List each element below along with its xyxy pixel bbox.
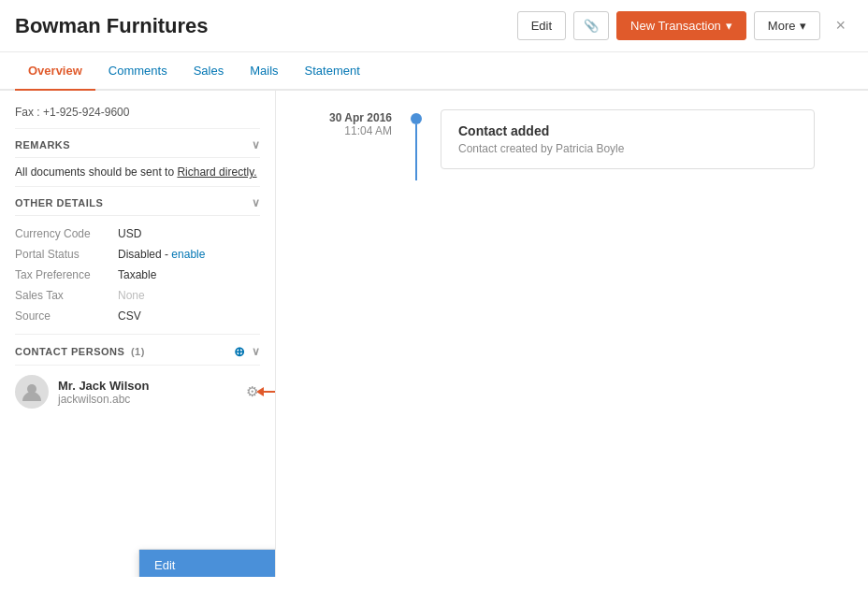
contact-email: jackwilson.abc <box>58 393 235 406</box>
gear-dropdown-menu: Edit Mark as primary Send Email Delete <box>138 549 276 577</box>
timeline-card-title: Contact added <box>458 123 797 138</box>
add-contact-icon[interactable]: ⊕ <box>234 344 246 359</box>
edit-button[interactable]: Edit <box>517 11 566 40</box>
timeline-vertical-line <box>415 124 417 180</box>
detail-currency: Currency Code USD <box>15 223 260 244</box>
close-button[interactable]: × <box>828 12 853 39</box>
source-value: CSV <box>118 309 141 323</box>
contact-persons-header: CONTACT PERSONS (1) ⊕ ∨ <box>15 334 260 366</box>
timeline-date-value: 30 Apr 2016 <box>298 111 392 124</box>
contact-person-item: Mr. Jack Wilson jackwilson.abc ⚙ <box>15 366 260 418</box>
tab-mails[interactable]: Mails <box>237 52 291 91</box>
left-panel: Fax : +1-925-924-9600 REMARKS ∨ All docu… <box>0 91 276 577</box>
tab-statement[interactable]: Statement <box>292 52 373 91</box>
portal-label: Portal Status <box>15 248 118 261</box>
remarks-chevron[interactable]: ∨ <box>252 138 261 151</box>
main-content: Fax : +1-925-924-9600 REMARKS ∨ All docu… <box>0 91 868 577</box>
tab-overview[interactable]: Overview <box>15 52 95 91</box>
timeline: 30 Apr 2016 11:04 AM Contact added Conta… <box>298 109 846 180</box>
remarks-highlight: Richard directly. <box>177 165 256 179</box>
header-actions: Edit 📎 New Transaction ▾ More ▾ × <box>517 11 853 40</box>
gear-arrow-indicator <box>262 391 276 393</box>
red-arrow-line <box>262 391 276 393</box>
enable-link[interactable]: enable <box>171 248 205 261</box>
tax-pref-value: Taxable <box>118 268 156 281</box>
new-transaction-button[interactable]: New Transaction ▾ <box>616 11 746 40</box>
tab-sales[interactable]: Sales <box>181 52 238 91</box>
detail-source: Source CSV <box>15 306 260 326</box>
more-arrow: ▾ <box>800 19 806 33</box>
fax-info: Fax : +1-925-924-9600 <box>15 100 260 129</box>
page-title: Bowman Furnitures <box>15 14 517 38</box>
tax-pref-label: Tax Preference <box>15 268 118 281</box>
detail-sales-tax: Sales Tax None <box>15 285 260 306</box>
contact-persons-label: CONTACT PERSONS <box>15 346 124 357</box>
sales-tax-label: Sales Tax <box>15 289 118 302</box>
attach-button[interactable]: 📎 <box>573 11 609 40</box>
tab-comments[interactable]: Comments <box>95 52 181 91</box>
currency-label: Currency Code <box>15 227 118 240</box>
contact-name: Mr. Jack Wilson <box>58 379 235 393</box>
source-label: Source <box>15 309 118 323</box>
detail-tax-pref: Tax Preference Taxable <box>15 265 260 285</box>
remarks-label: REMARKS <box>15 139 70 151</box>
attach-icon: 📎 <box>584 19 599 33</box>
tabs-bar: Overview Comments Sales Mails Statement <box>0 52 868 91</box>
other-details-chevron[interactable]: ∨ <box>252 196 261 209</box>
avatar <box>15 375 49 409</box>
timeline-dot <box>411 113 422 124</box>
portal-value: Disabled - enable <box>118 248 205 261</box>
timeline-card: Contact added Contact created by Patrici… <box>441 109 815 169</box>
timeline-entry: 30 Apr 2016 11:04 AM Contact added Conta… <box>298 109 846 180</box>
currency-value: USD <box>118 227 141 240</box>
contact-persons-chevron[interactable]: ∨ <box>252 345 261 358</box>
remarks-section-header: REMARKS ∨ <box>15 129 260 158</box>
detail-portal: Portal Status Disabled - enable <box>15 244 260 265</box>
other-details-label: OTHER DETAILS <box>15 197 103 208</box>
new-transaction-label: New Transaction <box>630 19 721 33</box>
new-transaction-arrow: ▾ <box>726 19 732 33</box>
timeline-line <box>407 109 426 180</box>
more-label: More <box>768 19 796 33</box>
timeline-time-value: 11:04 AM <box>298 124 392 137</box>
sales-tax-value: None <box>118 289 145 302</box>
red-arrow-head <box>256 387 264 396</box>
more-button[interactable]: More ▾ <box>754 11 821 40</box>
dropdown-item-edit[interactable]: Edit <box>139 550 276 577</box>
timeline-card-subtitle: Contact created by Patricia Boyle <box>458 142 797 155</box>
remarks-text: All documents should be sent to Richard … <box>15 158 260 187</box>
other-details-content: Currency Code USD Portal Status Disabled… <box>15 216 260 334</box>
contact-info: Mr. Jack Wilson jackwilson.abc <box>58 379 235 406</box>
right-panel: 30 Apr 2016 11:04 AM Contact added Conta… <box>276 91 868 577</box>
contact-persons-count: (1) <box>131 346 145 357</box>
header: Bowman Furnitures Edit 📎 New Transaction… <box>0 0 868 52</box>
other-details-section-header: OTHER DETAILS ∨ <box>15 187 260 216</box>
timeline-date: 30 Apr 2016 11:04 AM <box>298 109 392 137</box>
contact-persons-actions: ⊕ ∨ <box>234 344 260 359</box>
